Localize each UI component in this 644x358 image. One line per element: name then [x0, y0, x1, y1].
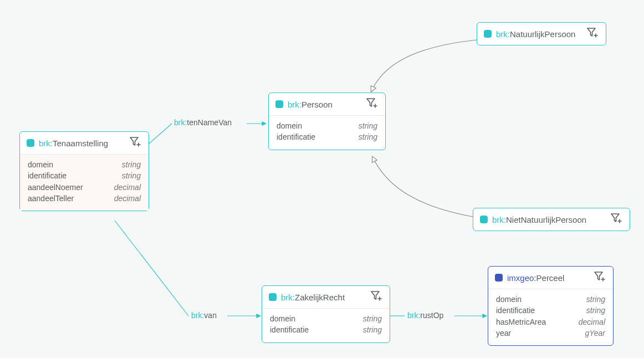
- attr-type: decimal: [114, 193, 141, 204]
- attr-type: string: [586, 294, 605, 305]
- class-icon: [275, 100, 283, 108]
- attr-row: identificatiestring: [277, 131, 377, 142]
- class-icon: [495, 274, 503, 282]
- attr-row: identificatiestring: [496, 305, 605, 316]
- attr-row: aandeelNoemerdecimal: [28, 182, 141, 193]
- node-tenaamstelling[interactable]: brk:Tenaamstelling domeinstring identifi…: [19, 131, 149, 211]
- attr-type: string: [122, 159, 141, 170]
- attr-type: decimal: [579, 316, 605, 328]
- attr-type: string: [363, 324, 382, 335]
- node-body: domeinstring identificatiestring: [269, 116, 385, 150]
- node-title: brk:NietNatuurlijkPersoon: [492, 215, 606, 224]
- attr-name: year: [496, 328, 511, 339]
- edge-label-ten-name-van[interactable]: brk:tenNameVan: [174, 118, 232, 127]
- diagram-canvas: brk:Tenaamstelling domeinstring identifi…: [0, 0, 644, 358]
- filter-add-icon[interactable]: [587, 28, 599, 40]
- node-title: brk:Persoon: [288, 100, 362, 109]
- edge-label-rust-op[interactable]: brk:rustOp: [407, 311, 443, 320]
- node-perceel[interactable]: imxgeo:Perceel domeinstring identificati…: [488, 266, 614, 346]
- class-name: Tenaamstelling: [53, 139, 108, 148]
- class-icon: [27, 139, 34, 147]
- node-header: brk:ZakelijkRecht: [262, 286, 390, 309]
- attr-name: domein: [277, 120, 302, 131]
- class-name: NatuurlijkPersoon: [510, 29, 575, 39]
- filter-add-icon[interactable]: [594, 272, 606, 284]
- class-icon: [269, 293, 277, 301]
- prefix: brk:: [174, 118, 187, 127]
- node-title: brk:Tenaamstelling: [39, 139, 125, 148]
- attr-row: hasMetricAreadecimal: [496, 316, 605, 328]
- prefix: brk:: [288, 100, 301, 109]
- attr-type: gYear: [585, 328, 605, 339]
- node-header: brk:Persoon: [269, 93, 385, 116]
- attr-name: domein: [496, 294, 522, 305]
- attr-row: domeinstring: [496, 294, 605, 305]
- edge-name: tenNameVan: [187, 118, 232, 127]
- attr-row: domeinstring: [28, 159, 141, 170]
- prefix: imxgeo:: [507, 273, 536, 283]
- attr-name: identificatie: [270, 324, 309, 335]
- attr-name: hasMetricArea: [496, 316, 546, 328]
- node-title: brk:NatuurlijkPersoon: [496, 29, 582, 39]
- filter-add-icon[interactable]: [611, 213, 623, 226]
- class-icon: [480, 216, 488, 223]
- attr-name: identificatie: [277, 131, 315, 142]
- node-body: domeinstring identificatiestring: [262, 309, 390, 342]
- node-header: brk:Tenaamstelling: [20, 132, 149, 155]
- prefix: brk:: [407, 311, 420, 320]
- node-header: imxgeo:Perceel: [488, 267, 613, 289]
- attr-row: aandeelTellerdecimal: [28, 193, 141, 204]
- attr-name: aandeelTeller: [28, 193, 74, 204]
- attr-type: string: [586, 305, 605, 316]
- edge-label-van[interactable]: brk:van: [191, 311, 217, 320]
- prefix: brk:: [191, 311, 204, 320]
- attr-name: domein: [28, 159, 53, 170]
- class-icon: [484, 30, 492, 38]
- prefix: brk:: [39, 139, 53, 148]
- edge-name: rustOp: [420, 311, 443, 320]
- attr-type: string: [363, 313, 382, 324]
- node-title: brk:ZakelijkRecht: [281, 293, 366, 302]
- node-header: brk:NatuurlijkPersoon: [477, 23, 606, 45]
- filter-add-icon[interactable]: [366, 98, 379, 110]
- attr-type: string: [122, 170, 141, 181]
- class-name: NietNatuurlijkPersoon: [506, 215, 586, 224]
- edge-name: van: [204, 311, 217, 320]
- attr-type: string: [359, 120, 377, 131]
- node-body: domeinstring identificatiestring aandeel…: [20, 155, 149, 211]
- class-name: Persoon: [301, 100, 333, 109]
- prefix: brk:: [492, 215, 506, 224]
- filter-add-icon[interactable]: [130, 137, 142, 149]
- attr-name: identificatie: [496, 305, 535, 316]
- attr-row: identificatiestring: [28, 170, 141, 181]
- node-title: imxgeo:Perceel: [507, 273, 590, 283]
- node-natuurlijk-persoon[interactable]: brk:NatuurlijkPersoon: [477, 22, 606, 45]
- node-persoon[interactable]: brk:Persoon domeinstring identificatiest…: [268, 93, 386, 150]
- node-header: brk:NietNatuurlijkPersoon: [473, 208, 630, 231]
- node-body: domeinstring identificatiestring hasMetr…: [488, 289, 613, 345]
- attr-name: identificatie: [28, 170, 67, 181]
- attr-type: decimal: [114, 182, 141, 193]
- prefix: brk:: [281, 293, 295, 302]
- node-zakelijk-recht[interactable]: brk:ZakelijkRecht domeinstring identific…: [262, 285, 390, 343]
- attr-row: identificatiestring: [270, 324, 382, 335]
- attr-type: string: [359, 131, 377, 142]
- class-name: Perceel: [536, 273, 565, 283]
- attr-name: aandeelNoemer: [28, 182, 83, 193]
- class-name: ZakelijkRecht: [295, 293, 345, 302]
- node-niet-natuurlijk-persoon[interactable]: brk:NietNatuurlijkPersoon: [473, 208, 630, 231]
- attr-row: domeinstring: [277, 120, 377, 131]
- filter-add-icon[interactable]: [371, 291, 383, 303]
- attr-name: domein: [270, 313, 295, 324]
- attr-row: yeargYear: [496, 328, 605, 339]
- prefix: brk:: [496, 29, 510, 39]
- attr-row: domeinstring: [270, 313, 382, 324]
